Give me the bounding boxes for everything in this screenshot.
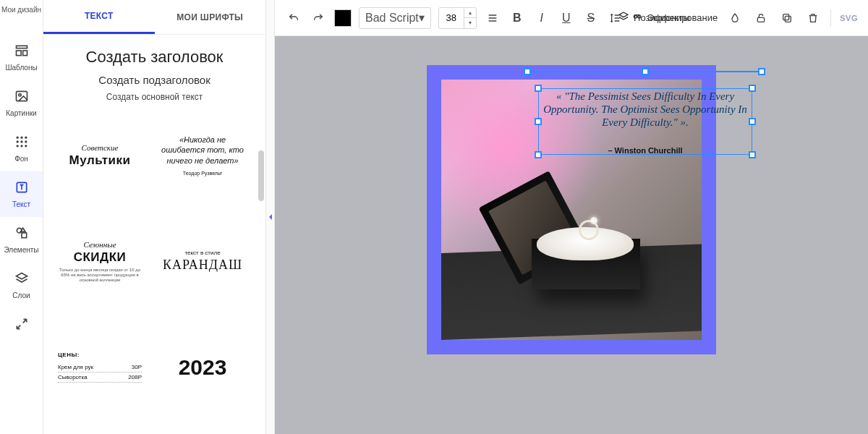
duplicate-button[interactable] — [778, 9, 796, 27]
strike-button[interactable]: S — [582, 9, 600, 27]
rail-item-text[interactable]: Текст — [0, 171, 43, 217]
preset-skidki[interactable]: Сезонные СКИДКИ Только до конца месяца с… — [54, 218, 146, 305]
svg-rect-16 — [22, 233, 27, 238]
opacity-button[interactable] — [726, 9, 744, 27]
selection-handle[interactable] — [758, 68, 765, 75]
chevron-down-icon: ▾ — [419, 11, 425, 25]
position-label: Позиционирование — [634, 12, 718, 23]
image-icon — [14, 89, 29, 105]
price-val: 30Р — [132, 364, 142, 370]
shapes-icon — [14, 226, 29, 242]
panel-tabs: ТЕКСТ МОИ ШРИФТЫ — [43, 0, 265, 35]
preset-quote-text: «Никогда не ошибается тот, кто ничего не… — [161, 135, 244, 166]
text-toolbar: Bad Script ▾ ▴ ▾ B I U S Эффекты — [275, 0, 868, 36]
preset-line2: Мультики — [69, 153, 131, 168]
tool-rail: Шаблоны Картинки Фон Текст Элементы Слои — [0, 0, 43, 434]
selection-handle[interactable] — [524, 68, 531, 75]
preset-multiki[interactable]: Советские Мультики — [54, 112, 146, 199]
rail-item-images[interactable]: Картинки — [0, 80, 43, 126]
position-button[interactable]: Позиционирование — [618, 11, 718, 25]
panel-scrollbar[interactable] — [258, 35, 265, 434]
rail-item-templates[interactable]: Шаблоны — [0, 35, 43, 80]
italic-button[interactable]: I — [533, 9, 550, 27]
price-name: Крем для рук — [58, 364, 93, 370]
create-subheading[interactable]: Создать подзаголовок — [51, 74, 258, 86]
rail-label: Фон — [14, 155, 28, 163]
layers-icon — [14, 271, 29, 287]
rail-item-elements[interactable]: Элементы — [0, 217, 43, 263]
stage-wrap: Bad Script ▾ ▴ ▾ B I U S Эффекты — [275, 0, 868, 434]
text-color-swatch[interactable] — [334, 9, 352, 27]
canvas-quote-text[interactable]: « "The Pessimist Sees Difficulty In Ever… — [541, 90, 749, 129]
svg-rect-2 — [22, 51, 27, 56]
preset-line2: СКИДКИ — [74, 250, 127, 265]
align-button[interactable] — [484, 9, 501, 27]
font-size-stepper[interactable]: ▴ ▾ — [438, 7, 477, 29]
bold-button[interactable]: B — [509, 9, 526, 27]
preset-quote-author: Теодор Рузвельт — [183, 170, 222, 176]
canvas-quote-author[interactable]: – Winston Churchill — [541, 146, 749, 155]
tab-my-fonts[interactable]: МОИ ШРИФТЫ — [155, 0, 266, 34]
rail-label: Текст — [12, 200, 30, 208]
preset-year[interactable]: 2023 — [156, 324, 249, 411]
svg-rect-3 — [16, 91, 27, 101]
svg-point-5 — [16, 137, 18, 139]
preset-prices-header: ЦЕНЫ: — [58, 352, 80, 358]
selection-handle[interactable] — [749, 85, 756, 92]
selection-handle[interactable] — [749, 118, 756, 125]
lock-button[interactable] — [752, 9, 770, 27]
rail-item-background[interactable]: Фон — [0, 126, 43, 171]
svg-point-12 — [20, 145, 22, 147]
rail-item-resize[interactable] — [0, 308, 43, 341]
undo-button[interactable] — [285, 9, 302, 27]
create-heading[interactable]: Создать заголовок — [51, 48, 258, 67]
price-val: 208Р — [128, 374, 142, 380]
preset-line1: Сезонные — [83, 240, 116, 249]
underline-button[interactable]: U — [558, 9, 575, 27]
svg-point-9 — [20, 140, 22, 142]
collapse-panel-button[interactable] — [266, 0, 275, 434]
svg-point-8 — [16, 140, 18, 142]
svg-export-button[interactable]: SVG — [840, 14, 858, 22]
tab-text[interactable]: ТЕКСТ — [43, 0, 155, 34]
templates-icon — [14, 43, 29, 59]
rail-label: Шаблоны — [5, 64, 37, 72]
price-name: Сыворотка — [58, 374, 88, 380]
side-panel: ТЕКСТ МОИ ШРИФТЫ Создать заголовок Созда… — [43, 0, 266, 434]
redo-button[interactable] — [310, 9, 327, 27]
svg-rect-0 — [16, 46, 27, 48]
create-text-block: Создать заголовок Создать подзаголовок С… — [43, 35, 265, 112]
font-size-input[interactable] — [439, 12, 464, 23]
svg-rect-21 — [783, 14, 789, 20]
delete-button[interactable] — [804, 9, 822, 27]
canvas-stage[interactable]: « "The Pessimist Sees Difficulty In Ever… — [275, 36, 868, 434]
svg-point-4 — [18, 94, 20, 96]
svg-point-11 — [16, 145, 18, 147]
svg-point-7 — [25, 137, 27, 139]
scroll-thumb[interactable] — [258, 150, 264, 201]
preset-caption: Только до конца месяца скидки от 10 до 6… — [58, 268, 142, 284]
rail-label: Слои — [12, 292, 30, 299]
svg-point-10 — [25, 140, 27, 142]
size-down[interactable]: ▾ — [464, 18, 476, 28]
preset-quote[interactable]: «Никогда не ошибается тот, кто ничего не… — [156, 112, 249, 199]
selection-handle[interactable] — [642, 68, 649, 75]
text-icon — [14, 180, 29, 196]
preset-prices[interactable]: ЦЕНЫ: Крем для рук30Р Сыворотка208Р — [54, 324, 146, 411]
font-family-select[interactable]: Bad Script ▾ — [359, 7, 431, 29]
rail-label: Элементы — [4, 246, 39, 254]
rail-item-layers[interactable]: Слои — [0, 263, 43, 308]
svg-rect-20 — [786, 16, 791, 22]
preset-line1: Советские — [82, 143, 119, 152]
font-family-value: Bad Script — [365, 12, 419, 25]
create-body[interactable]: Создать основной текст — [51, 92, 258, 102]
divider — [830, 9, 831, 27]
svg-rect-1 — [16, 51, 21, 56]
resize-icon — [14, 317, 29, 333]
preset-line2: КАРАНДАШ — [163, 258, 242, 273]
rail-label: Картинки — [6, 109, 36, 117]
preset-karandash[interactable]: текст в стиле КАРАНДАШ — [156, 218, 249, 305]
selection-handle[interactable] — [749, 151, 756, 158]
size-up[interactable]: ▴ — [464, 8, 476, 19]
svg-rect-19 — [758, 17, 765, 22]
